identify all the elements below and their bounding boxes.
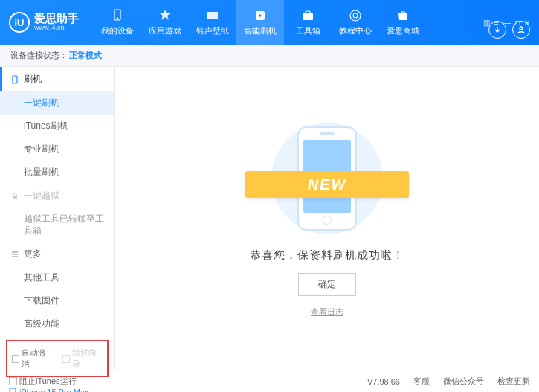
main-panel: NEW 恭喜您，保资料刷机成功啦！ 确定 查看日志 <box>115 67 539 370</box>
nav-toolbox[interactable]: 工具箱 <box>284 0 332 45</box>
toolbox-icon <box>300 8 316 23</box>
app-url: www.i4.cn <box>34 25 79 32</box>
success-message: 恭喜您，保资料刷机成功啦！ <box>250 248 404 263</box>
sidebar-item-batch[interactable]: 批量刷机 <box>0 161 114 184</box>
footer-support[interactable]: 客服 <box>413 376 430 387</box>
svg-rect-10 <box>13 196 17 199</box>
shop-icon <box>395 8 411 23</box>
tutorial-icon <box>347 8 364 23</box>
svg-point-6 <box>350 10 361 21</box>
sidebar-item-itunes[interactable]: iTunes刷机 <box>0 115 114 138</box>
device-name[interactable]: iPhone 15 Pro Max <box>9 388 106 392</box>
status-bar: 设备连接状态： 正常模式 <box>0 45 539 67</box>
sidebar-item-advanced[interactable]: 高级功能 <box>0 312 114 335</box>
more-icon <box>10 250 19 259</box>
ok-button[interactable]: 确定 <box>298 273 356 296</box>
app-logo: iU 爱思助手 www.i4.cn <box>9 12 79 33</box>
sidebar-item-othertools[interactable]: 其他工具 <box>0 266 114 289</box>
nav-ringtones[interactable]: 铃声壁纸 <box>189 0 236 45</box>
footer-update[interactable]: 检查更新 <box>497 376 530 387</box>
apps-icon <box>157 8 173 23</box>
footer-wechat[interactable]: 微信公众号 <box>443 376 484 387</box>
nav-apps[interactable]: 应用游戏 <box>141 0 189 45</box>
view-log-link[interactable]: 查看日志 <box>311 306 343 318</box>
logo-icon: iU <box>9 12 30 33</box>
nav-tutorials[interactable]: 教程中心 <box>332 0 379 45</box>
sidebar-group-jailbreak: 一键越狱 <box>0 184 114 208</box>
ringtone-icon <box>204 8 221 23</box>
user-button[interactable] <box>512 21 530 39</box>
success-illustration: NEW <box>253 119 401 238</box>
device-icon <box>109 8 126 23</box>
svg-rect-11 <box>10 388 16 392</box>
flash-icon <box>252 8 268 23</box>
flash-group-icon <box>10 75 19 84</box>
sidebar-item-firmware[interactable]: 下载固件 <box>0 289 114 312</box>
sidebar-item-oneclick[interactable]: 一键刷机 <box>0 91 114 115</box>
svg-rect-9 <box>13 76 17 83</box>
sidebar: 刷机 一键刷机 iTunes刷机 专业刷机 批量刷机 一键越狱 越狱工具已转移至… <box>0 67 115 370</box>
nav-shop[interactable]: 爱思商城 <box>379 0 427 45</box>
check-skip-guide[interactable]: 跳过向导 <box>62 347 103 370</box>
download-button[interactable] <box>488 21 506 39</box>
sidebar-item-pro[interactable]: 专业刷机 <box>0 138 114 161</box>
svg-rect-5 <box>306 11 310 13</box>
main-nav: 我的设备 应用游戏 铃声壁纸 智能刷机 工具箱 教程中心 爱思商城 <box>94 0 483 45</box>
svg-rect-2 <box>207 12 218 19</box>
svg-point-8 <box>520 27 523 30</box>
app-title: 爱思助手 <box>34 13 79 25</box>
status-value: 正常模式 <box>69 50 102 61</box>
phone-icon <box>9 388 16 392</box>
sidebar-group-flash[interactable]: 刷机 <box>0 67 114 91</box>
svg-point-7 <box>353 13 358 18</box>
status-label: 设备连接状态： <box>10 50 68 61</box>
version-label: V7.98.66 <box>367 377 400 386</box>
lock-icon <box>10 192 19 201</box>
nav-flash[interactable]: 智能刷机 <box>236 0 284 45</box>
nav-my-device[interactable]: 我的设备 <box>94 0 141 45</box>
svg-point-1 <box>117 18 118 19</box>
sidebar-jailbreak-note: 越狱工具已转移至工具箱 <box>0 208 114 242</box>
check-auto-activate[interactable]: 自动激活 <box>12 347 52 370</box>
checkbox-highlighted-area: 自动激活 跳过向导 <box>6 340 109 377</box>
sidebar-group-more[interactable]: 更多 <box>0 242 114 266</box>
titlebar: iU 爱思助手 www.i4.cn 我的设备 应用游戏 铃声壁纸 智能刷机 工具… <box>0 0 539 45</box>
svg-rect-4 <box>303 13 313 20</box>
check-block-itunes[interactable]: 阻止iTunes运行 <box>9 376 77 387</box>
new-ribbon: NEW <box>245 171 409 198</box>
